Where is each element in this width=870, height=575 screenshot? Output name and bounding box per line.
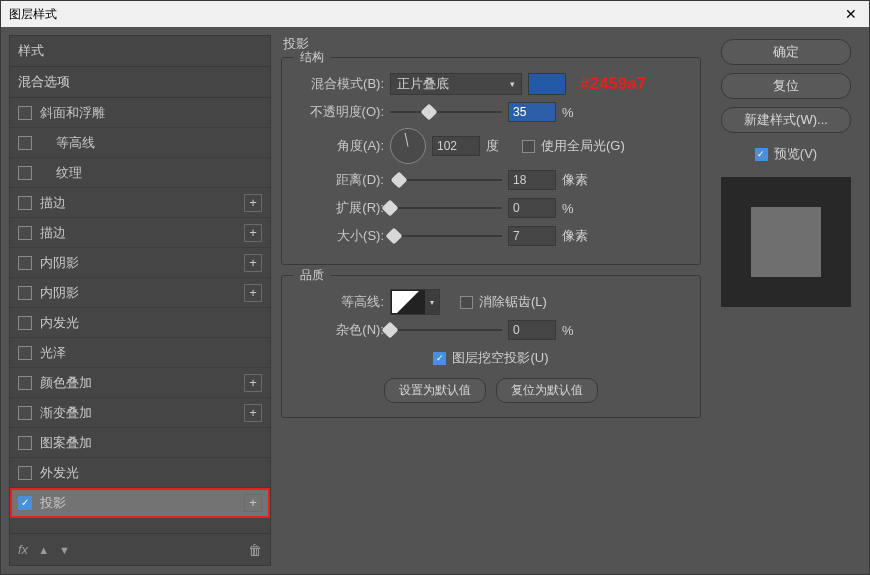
style-checkbox[interactable] — [18, 466, 32, 480]
move-up-icon[interactable]: ▲ — [38, 544, 49, 556]
noise-input[interactable]: 0 — [508, 320, 556, 340]
distance-input[interactable]: 18 — [508, 170, 556, 190]
add-effect-icon[interactable]: + — [244, 374, 262, 392]
contour-label: 等高线: — [296, 293, 384, 311]
style-item-纹理[interactable]: 纹理 — [10, 158, 270, 188]
reset-default-button[interactable]: 复位为默认值 — [496, 378, 598, 403]
style-label: 描边 — [40, 224, 244, 242]
angle-wheel[interactable] — [390, 128, 426, 164]
preview-box — [721, 177, 851, 307]
noise-row: 杂色(N): 0 % — [296, 316, 686, 344]
style-item-颜色叠加[interactable]: 颜色叠加+ — [10, 368, 270, 398]
style-item-内阴影[interactable]: 内阴影+ — [10, 278, 270, 308]
style-checkbox[interactable] — [18, 226, 32, 240]
trash-icon[interactable]: 🗑 — [248, 542, 262, 558]
move-down-icon[interactable]: ▼ — [59, 544, 70, 556]
style-checkbox[interactable] — [18, 436, 32, 450]
antialias-checkbox[interactable] — [460, 296, 473, 309]
distance-label: 距离(D): — [296, 171, 384, 189]
size-input[interactable]: 7 — [508, 226, 556, 246]
preview-checkbox[interactable]: ✓ — [755, 148, 768, 161]
style-item-光泽[interactable]: 光泽 — [10, 338, 270, 368]
opacity-input[interactable]: 35 — [508, 102, 556, 122]
style-label: 内阴影 — [40, 254, 244, 272]
styles-footer: fx ▲ ▼ 🗑 — [10, 533, 270, 565]
ok-button[interactable]: 确定 — [721, 39, 851, 65]
quality-group: 品质 等高线: ▾ 消除锯齿(L) 杂色(N): 0 % — [281, 275, 701, 418]
fx-icon[interactable]: fx — [18, 542, 28, 557]
close-icon[interactable]: ✕ — [841, 6, 861, 22]
blend-options[interactable]: 混合选项 — [10, 67, 270, 98]
blend-mode-select[interactable]: 正片叠底 ▾ — [390, 73, 522, 95]
settings-panel: 投影 结构 混合模式(B): 正片叠底 ▾ #2459a7 不透明度(O): 3… — [279, 35, 703, 566]
distance-unit: 像素 — [562, 171, 592, 189]
opacity-slider[interactable] — [390, 105, 502, 119]
spread-row: 扩展(R): 0 % — [296, 194, 686, 222]
distance-slider[interactable] — [390, 173, 502, 187]
style-label: 描边 — [40, 194, 244, 212]
style-item-外发光[interactable]: 外发光 — [10, 458, 270, 488]
size-slider[interactable] — [390, 229, 502, 243]
style-item-图案叠加[interactable]: 图案叠加 — [10, 428, 270, 458]
style-item-内发光[interactable]: 内发光 — [10, 308, 270, 338]
quality-title: 品质 — [294, 267, 330, 284]
preview-inner — [751, 207, 821, 277]
dialog-body: 样式 混合选项 斜面和浮雕等高线纹理描边+描边+内阴影+内阴影+内发光光泽颜色叠… — [1, 27, 869, 574]
style-checkbox[interactable] — [18, 256, 32, 270]
color-swatch[interactable] — [528, 73, 566, 95]
cancel-button[interactable]: 复位 — [721, 73, 851, 99]
add-effect-icon[interactable]: + — [244, 404, 262, 422]
add-effect-icon[interactable]: + — [244, 494, 262, 512]
style-label: 内阴影 — [40, 284, 244, 302]
size-row: 大小(S): 7 像素 — [296, 222, 686, 250]
style-label: 内发光 — [40, 314, 262, 332]
size-label: 大小(S): — [296, 227, 384, 245]
structure-title: 结构 — [294, 49, 330, 66]
antialias-label: 消除锯齿(L) — [479, 293, 547, 311]
style-checkbox[interactable] — [18, 376, 32, 390]
style-checkbox[interactable] — [18, 286, 32, 300]
style-checkbox[interactable] — [18, 166, 32, 180]
style-checkbox[interactable] — [18, 106, 32, 120]
add-effect-icon[interactable]: + — [244, 224, 262, 242]
global-light-checkbox[interactable] — [522, 140, 535, 153]
style-item-斜面和浮雕[interactable]: 斜面和浮雕 — [10, 98, 270, 128]
contour-preview — [391, 290, 425, 314]
structure-group: 结构 混合模式(B): 正片叠底 ▾ #2459a7 不透明度(O): 35 % — [281, 57, 701, 265]
set-default-button[interactable]: 设置为默认值 — [384, 378, 486, 403]
add-effect-icon[interactable]: + — [244, 284, 262, 302]
style-checkbox[interactable] — [18, 136, 32, 150]
new-style-button[interactable]: 新建样式(W)... — [721, 107, 851, 133]
style-checkbox[interactable] — [18, 346, 32, 360]
style-checkbox[interactable] — [18, 196, 32, 210]
style-label: 纹理 — [56, 164, 262, 182]
style-checkbox[interactable]: ✓ — [18, 496, 32, 510]
titlebar: 图层样式 ✕ — [1, 1, 869, 27]
distance-row: 距离(D): 18 像素 — [296, 166, 686, 194]
layer-style-dialog: 图层样式 ✕ 样式 混合选项 斜面和浮雕等高线纹理描边+描边+内阴影+内阴影+内… — [0, 0, 870, 575]
styles-header[interactable]: 样式 — [10, 36, 270, 67]
style-label: 颜色叠加 — [40, 374, 244, 392]
size-unit: 像素 — [562, 227, 592, 245]
angle-input[interactable]: 102 — [432, 136, 480, 156]
opacity-unit: % — [562, 105, 592, 120]
contour-picker[interactable]: ▾ — [390, 289, 440, 315]
style-item-描边[interactable]: 描边+ — [10, 218, 270, 248]
blend-mode-label: 混合模式(B): — [296, 75, 384, 93]
style-checkbox[interactable] — [18, 316, 32, 330]
add-effect-icon[interactable]: + — [244, 194, 262, 212]
spread-slider[interactable] — [390, 201, 502, 215]
style-item-内阴影[interactable]: 内阴影+ — [10, 248, 270, 278]
style-item-等高线[interactable]: 等高线 — [10, 128, 270, 158]
noise-slider[interactable] — [390, 323, 502, 337]
noise-label: 杂色(N): — [296, 321, 384, 339]
style-item-描边[interactable]: 描边+ — [10, 188, 270, 218]
knockout-checkbox[interactable]: ✓ — [433, 352, 446, 365]
style-label: 光泽 — [40, 344, 262, 362]
spread-input[interactable]: 0 — [508, 198, 556, 218]
style-label: 投影 — [40, 494, 244, 512]
style-item-渐变叠加[interactable]: 渐变叠加+ — [10, 398, 270, 428]
style-item-投影[interactable]: ✓投影+ — [10, 488, 270, 518]
add-effect-icon[interactable]: + — [244, 254, 262, 272]
style-checkbox[interactable] — [18, 406, 32, 420]
